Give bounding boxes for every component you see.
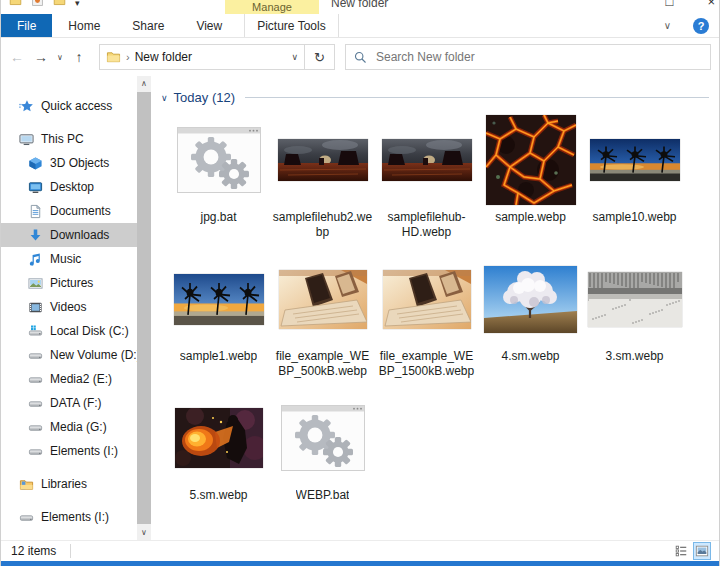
file-tile-jpg-bat[interactable]: jpg.bat [167,115,270,240]
sidebar-item-media-g[interactable]: Media (G:) [1,415,137,439]
sidebar-item-media2-e[interactable]: Media2 (E:) [1,367,137,391]
forward-icon[interactable]: → [29,49,53,65]
sidebar-item-local-disk-c[interactable]: Local Disk (C:) [1,319,137,343]
scroll-up-icon[interactable]: ∧ [137,76,151,91]
gears-batch-file-icon [177,115,261,205]
file-name: file_example_WEBP_1500kB.webp [376,349,477,379]
file-tile-sample-webp[interactable]: sample.webp [479,115,582,240]
sidebar-item-videos[interactable]: Videos [1,295,137,319]
drive-icon [28,444,43,459]
status-bar: 12 items [1,540,719,561]
music-icon [28,252,43,267]
file-tile-samplefilehub2-webp[interactable]: samplefilehub2.webp [271,115,374,240]
qat-properties-icon[interactable] [31,0,44,11]
sidebar-item-data-f[interactable]: DATA (F:) [1,391,137,415]
thumbnail-view-button[interactable] [693,542,711,560]
back-icon[interactable]: ← [5,49,29,65]
qat-folder-icon[interactable] [9,0,22,11]
ribbon-tab-file[interactable]: File [1,14,52,37]
fire-breather-photo [175,393,263,483]
sidebar-item-this-pc[interactable]: This PC [1,127,137,151]
tablet-desk-photo [279,254,367,344]
blossom-tree-photo [484,254,577,344]
drive-icon [28,372,43,387]
file-name: 3.sm.webp [605,349,663,364]
libraries-icon [19,477,34,492]
title-bar: ▾ Manage New folder □ × [1,0,719,14]
maximize-button[interactable]: □ [666,0,674,9]
sidebar-item-elements-i[interactable]: Elements (I:) [1,439,137,463]
ribbon-collapse-icon[interactable]: ∨ [664,20,671,31]
sidebar-item-elements-i[interactable]: Elements (I:) [1,505,137,529]
tablet-desk-photo [383,254,471,344]
navigation-pane: Quick access This PC 3D Objects [1,76,137,540]
file-tile-sample10-webp[interactable]: sample10.webp [583,115,686,240]
qat-newfolder-icon[interactable] [53,0,66,11]
file-name: jpg.bat [200,210,236,225]
sidebar-scrollbar[interactable]: ∧ ∨ [137,76,151,540]
quick-access-toolbar[interactable]: ▾ [9,0,80,11]
file-tile-sample1-webp[interactable]: sample1.webp [167,254,270,379]
scrollbar-thumb[interactable] [137,92,151,524]
file-name: samplefilehub2.webp [272,210,373,240]
file-list-pane: ∨ Today (12) jpg.bat samplefileh [151,76,719,540]
drive-icon [28,396,43,411]
search-placeholder: Search New folder [376,50,475,64]
details-view-button[interactable] [672,542,690,560]
file-tile-5-sm-webp[interactable]: 5.sm.webp [167,393,270,503]
address-dropdown-icon[interactable]: ∨ [291,52,298,62]
group-header[interactable]: ∨ Today (12) [161,90,715,105]
qat-customize-icon[interactable]: ▾ [75,0,80,8]
this-pc-icon [19,132,34,147]
drive-icon [28,420,43,435]
file-name: WEBP.bat [296,488,350,503]
ribbon-tab-view[interactable]: View [182,14,236,37]
3d-objects-icon [28,156,43,171]
documents-icon [28,204,43,219]
scroll-down-icon[interactable]: ∨ [137,525,151,540]
sidebar-item-libraries[interactable]: Libraries [1,472,137,496]
file-tile-webp-bat[interactable]: WEBP.bat [271,393,374,503]
refresh-button[interactable]: ↻ [305,44,335,70]
address-bar[interactable]: › New folder ∨ [99,44,305,70]
file-name: 5.sm.webp [189,488,247,503]
help-icon[interactable]: ? [693,18,709,34]
desktop-icon [28,180,43,195]
desert-storm-photo [278,115,368,205]
sidebar-item-pictures[interactable]: Pictures [1,271,137,295]
lava-texture-photo [486,115,576,205]
close-button[interactable]: × [707,0,715,9]
palm-sunset-dark-photo [590,115,680,205]
breadcrumb[interactable]: New folder [135,50,287,64]
file-tile-file-example-webp-1500kb-webp[interactable]: file_example_WEBP_1500kB.webp [375,254,478,379]
quick-access-icon [19,99,34,114]
sidebar-item-new-volume-d[interactable]: New Volume (D:) [1,343,137,367]
drive-icon [19,510,34,525]
file-name: samplefilehub-HD.webp [376,210,477,240]
file-tile-3-sm-webp[interactable]: 3.sm.webp [583,254,686,379]
sidebar-item-3d-objects[interactable]: 3D Objects [1,151,137,175]
search-input[interactable]: Search New folder [345,44,711,70]
sidebar-item-documents[interactable]: Documents [1,199,137,223]
sidebar-item-desktop[interactable]: Desktop [1,175,137,199]
ribbon-tab-picture-tools[interactable]: Picture Tools [244,14,338,37]
window-title: New folder [331,0,388,10]
ribbon-tab-share[interactable]: Share [118,14,178,37]
sidebar-item-quick-access[interactable]: Quick access [1,94,137,118]
ribbon-tab-home[interactable]: Home [54,14,114,37]
breadcrumb-chevron-icon[interactable]: › [126,51,130,63]
address-bar-row: ← → ∨ ↑ › New folder ∨ ↻ Search New fold… [1,38,719,76]
up-icon[interactable]: ↑ [67,49,91,65]
recent-locations-icon[interactable]: ∨ [53,53,67,62]
sidebar-item-music[interactable]: Music [1,247,137,271]
sidebar-item-downloads[interactable]: Downloads [1,223,137,247]
file-tile-4-sm-webp[interactable]: 4.sm.webp [479,254,582,379]
group-collapse-icon[interactable]: ∨ [161,93,168,103]
group-label: Today (12) [174,90,235,105]
file-tile-samplefilehub-hd-webp[interactable]: samplefilehub-HD.webp [375,115,478,240]
pictures-icon [28,276,43,291]
file-tile-file-example-webp-500kb-webp[interactable]: file_example_WEBP_500kB.webp [271,254,374,379]
file-grid: jpg.bat samplefilehub2.webp samplefilehu… [161,115,715,517]
desert-storm-photo [382,115,472,205]
contextual-tab-group: Manage [225,0,319,14]
